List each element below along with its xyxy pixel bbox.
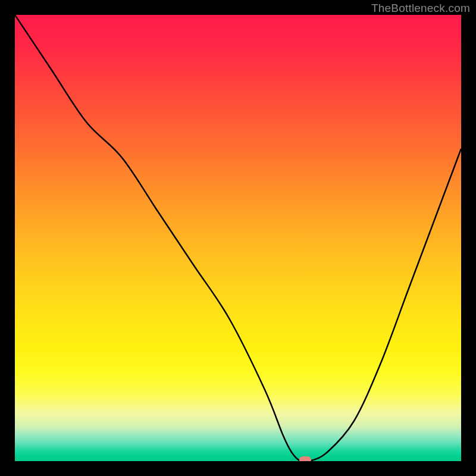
chart-frame: TheBottleneck.com [0, 0, 476, 476]
watermark-text: TheBottleneck.com [371, 2, 470, 15]
plot-area [15, 15, 461, 461]
optimal-point-marker [299, 456, 311, 461]
bottleneck-curve [15, 15, 461, 461]
